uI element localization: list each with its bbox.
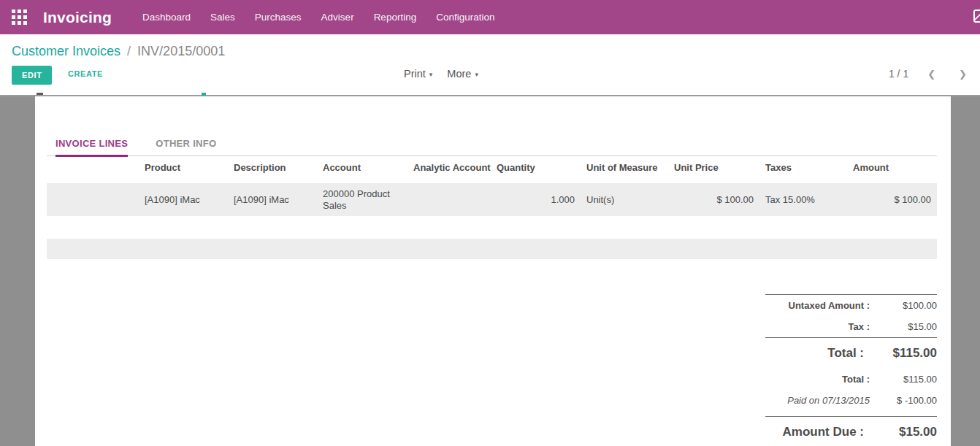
amount-due-value: $15.00 <box>864 425 937 439</box>
create-button[interactable]: CREATE <box>68 69 103 78</box>
col-product: Product <box>139 156 228 182</box>
nav-item-configuration[interactable]: Configuration <box>436 12 494 23</box>
nav-item-purchases[interactable]: Purchases <box>255 12 302 23</box>
table-header-row: Product Description Account Analytic Acc… <box>47 156 937 182</box>
col-analytic-account: Analytic Account <box>407 156 491 182</box>
cell-product: [A1090] iMac <box>139 182 228 216</box>
nav-item-adviser[interactable]: Adviser <box>321 12 354 23</box>
totals-spacer <box>765 411 937 416</box>
total-secondary-row: Total : $115.00 <box>765 369 937 390</box>
total-value: $115.00 <box>864 346 937 361</box>
cell-handle <box>47 182 139 216</box>
clipped-content-fragment <box>37 93 43 95</box>
cell-quantity: 1.000 <box>491 182 581 216</box>
breadcrumb-separator: / <box>124 44 134 58</box>
app-title[interactable]: Invoicing <box>43 9 112 26</box>
invoice-form-sheet: INVOICE LINES OTHER INFO Product Descrip… <box>35 96 951 446</box>
more-dropdown-label: More <box>447 68 471 80</box>
notebook-tabs: INVOICE LINES OTHER INFO <box>47 96 937 156</box>
invoice-lines-table: Product Description Account Analytic Acc… <box>47 156 937 216</box>
amount-due-row: Amount Due : $15.00 <box>765 417 937 446</box>
col-quantity: Quantity <box>491 156 581 182</box>
paid-on-value: $ -100.00 <box>870 395 937 406</box>
amount-due-label: Amount Due : <box>783 425 864 439</box>
tax-row: Tax : $15.00 <box>765 316 937 337</box>
print-dropdown[interactable]: Print ▾ <box>404 68 432 80</box>
cell-account: 200000 Product Sales <box>317 182 407 216</box>
edit-button[interactable]: EDIT <box>12 66 52 85</box>
clipped-content-fragment <box>202 93 206 96</box>
paid-on-label: Paid on 07/13/2015 <box>787 395 870 406</box>
col-description: Description <box>228 156 317 182</box>
record-pager: 1 / 1 ❮ ❯ <box>889 68 971 80</box>
tab-invoice-lines[interactable]: INVOICE LINES <box>55 138 128 157</box>
invoice-totals: Untaxed Amount : $100.00 Tax : $15.00 To… <box>765 294 937 446</box>
action-dropdowns: Print ▾ More ▾ <box>404 68 478 80</box>
untaxed-amount-row: Untaxed Amount : $100.00 <box>765 295 937 316</box>
col-amount: Amount <box>847 156 937 182</box>
nav-item-dashboard[interactable]: Dashboard <box>142 12 191 23</box>
chevron-left-icon[interactable]: ❮ <box>923 69 940 80</box>
cell-amount: $ 100.00 <box>847 182 937 216</box>
total-label: Total : <box>827 346 864 361</box>
col-unit-of-measure: Unit of Measure <box>581 156 668 182</box>
col-account: Account <box>317 156 407 182</box>
control-panel: Customer Invoices / INV/2015/0001 EDIT C… <box>0 34 980 96</box>
cell-uom: Unit(s) <box>581 182 668 216</box>
total-row: Total : $115.00 <box>765 338 937 369</box>
pager-count: 1 / 1 <box>889 68 908 80</box>
tab-other-info[interactable]: OTHER INFO <box>156 138 216 155</box>
chevron-right-icon[interactable]: ❯ <box>954 69 971 80</box>
invoice-line-row[interactable]: [A1090] iMac [A1090] iMac 200000 Product… <box>47 182 937 216</box>
control-panel-buttons: EDIT CREATE Print ▾ More ▾ 1 / 1 ❮ ❯ <box>12 66 968 85</box>
cell-unit-price: $ 100.00 <box>668 182 759 216</box>
top-navbar: Invoicing Dashboard Sales Purchases Advi… <box>0 0 980 34</box>
list-footer-strip <box>47 239 937 259</box>
more-dropdown[interactable]: More ▾ <box>447 68 478 80</box>
apps-grid-icon[interactable] <box>12 9 27 25</box>
tax-label: Tax : <box>849 321 870 332</box>
cell-taxes: Tax 15.00% <box>759 182 847 216</box>
clipped-user-icon[interactable] <box>973 9 980 23</box>
nav-item-reporting[interactable]: Reporting <box>374 12 417 23</box>
print-dropdown-label: Print <box>404 68 426 80</box>
total-secondary-label: Total : <box>842 374 870 385</box>
nav-menu: Dashboard Sales Purchases Adviser Report… <box>142 12 495 23</box>
untaxed-amount-label: Untaxed Amount : <box>789 300 870 311</box>
cell-analytic-account <box>407 182 491 216</box>
col-unit-price: Unit Price <box>668 156 759 182</box>
page-content: INVOICE LINES OTHER INFO Product Descrip… <box>0 96 980 446</box>
breadcrumb: Customer Invoices / INV/2015/0001 <box>12 34 968 59</box>
total-secondary-value: $115.00 <box>870 374 937 385</box>
col-handle <box>47 156 139 182</box>
tax-value: $15.00 <box>870 321 937 332</box>
breadcrumb-current: INV/2015/0001 <box>137 44 225 58</box>
cell-description: [A1090] iMac <box>228 182 317 216</box>
caret-down-icon: ▾ <box>429 69 433 78</box>
untaxed-amount-value: $100.00 <box>870 300 937 311</box>
paid-row: Paid on 07/13/2015 $ -100.00 <box>765 390 937 411</box>
caret-down-icon: ▾ <box>475 69 478 78</box>
nav-item-sales[interactable]: Sales <box>210 12 235 23</box>
col-taxes: Taxes <box>759 156 847 182</box>
breadcrumb-parent-link[interactable]: Customer Invoices <box>12 44 120 58</box>
